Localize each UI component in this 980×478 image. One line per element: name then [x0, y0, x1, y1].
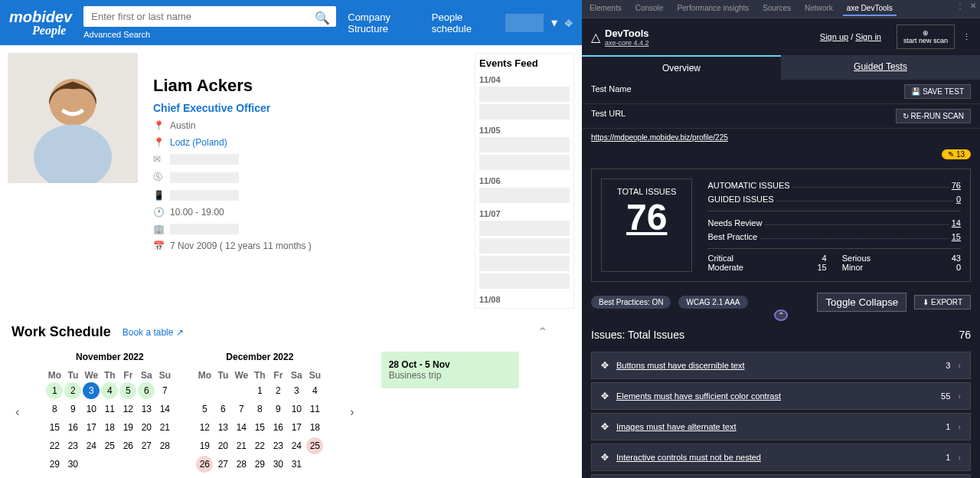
calendar-day[interactable]: 4 — [101, 382, 118, 399]
calendar-day[interactable]: 27 — [138, 437, 155, 454]
save-test-button[interactable]: 💾 SAVE TEST — [904, 84, 971, 99]
book-table-link[interactable]: Book a table ↗ — [122, 327, 184, 338]
calendar-day[interactable]: 13 — [214, 419, 231, 436]
test-url-link[interactable]: https://mdpeople.mobidev.biz/profile/225 — [591, 133, 728, 142]
people-schedule-link[interactable]: People schedule — [432, 11, 494, 34]
calendar-day[interactable]: 14 — [156, 401, 173, 417]
calendar-day[interactable]: 22 — [251, 437, 268, 454]
tab-sources[interactable]: Sources — [759, 2, 795, 16]
calendar-day[interactable]: 4 — [306, 382, 323, 399]
calendar-day[interactable]: 2 — [64, 382, 81, 399]
calendar-day[interactable]: 28 — [233, 456, 250, 473]
calendar-day[interactable]: 21 — [156, 419, 173, 436]
calendar-day[interactable]: 14 — [233, 419, 250, 436]
search-input[interactable] — [83, 6, 336, 27]
collapse-handle[interactable]: ⌃ — [774, 309, 788, 321]
tab-console[interactable]: Console — [632, 2, 668, 16]
calendar-day[interactable]: 1 — [46, 382, 63, 399]
calendar-day[interactable]: 30 — [64, 456, 81, 473]
calendar-day[interactable]: 1 — [251, 382, 268, 399]
calendar-day[interactable]: 23 — [270, 437, 286, 454]
calendar-day[interactable]: 7 — [156, 382, 173, 399]
tab-overview[interactable]: Overview — [582, 55, 781, 80]
calendar-day[interactable]: 12 — [196, 419, 213, 436]
calendar-day[interactable]: 7 — [233, 401, 250, 417]
tab-performance[interactable]: Performance insights — [673, 2, 753, 16]
calendar-day[interactable]: 29 — [46, 456, 63, 473]
calendar-day[interactable]: 3 — [83, 382, 100, 399]
calendar-day[interactable]: 18 — [306, 419, 323, 436]
calendar-day[interactable]: 11 — [101, 401, 118, 417]
calendar-day[interactable]: 12 — [119, 401, 136, 417]
calendar-day[interactable]: 16 — [64, 419, 81, 436]
calendar-day[interactable]: 25 — [101, 437, 118, 454]
calendar-day[interactable]: 17 — [83, 419, 100, 436]
calendar-day[interactable]: 18 — [101, 419, 118, 436]
calendar-day[interactable]: 26 — [119, 437, 136, 454]
calendar-day[interactable]: 13 — [138, 401, 155, 417]
calendar-day[interactable]: 6 — [214, 401, 231, 417]
issue-row[interactable]: ✥Elements must have sufficient color con… — [591, 382, 971, 410]
logo[interactable]: mobidev People — [9, 9, 72, 37]
calendar-day[interactable]: 9 — [64, 401, 81, 417]
toggle-collapse-button[interactable]: Toggle Collapse — [817, 293, 906, 312]
prev-month-icon[interactable]: ‹ — [11, 405, 23, 419]
calendar-day[interactable]: 31 — [288, 456, 305, 473]
more-icon[interactable]: ⋮ — [956, 2, 964, 16]
calendar-day[interactable]: 10 — [83, 401, 100, 417]
calendar-day[interactable]: 19 — [119, 419, 136, 436]
advanced-search-link[interactable]: Advanced Search — [83, 30, 336, 39]
calendar-day[interactable]: 2 — [270, 382, 286, 399]
export-button[interactable]: ⬇ EXPORT — [914, 295, 971, 309]
calendar-day[interactable]: 30 — [270, 456, 286, 473]
calendar-day[interactable]: 22 — [46, 437, 63, 454]
calendar-day[interactable]: 15 — [251, 419, 268, 436]
wcag-toggle[interactable]: WCAG 2.1 AAA — [678, 296, 747, 309]
tab-guided-tests[interactable]: Guided Tests — [781, 55, 980, 80]
calendar-day[interactable]: 19 — [196, 437, 213, 454]
close-icon[interactable]: ✕ — [970, 2, 976, 16]
calendar-day[interactable]: 25 — [306, 437, 323, 454]
user-menu[interactable] — [505, 14, 544, 32]
next-month-icon[interactable]: › — [346, 405, 358, 419]
calendar-day[interactable]: 8 — [46, 401, 63, 417]
calendar-day[interactable]: 10 — [288, 401, 305, 417]
calendar-day[interactable]: 9 — [270, 401, 286, 417]
calendar-day[interactable]: 24 — [83, 437, 100, 454]
calendar-day[interactable]: 16 — [270, 419, 286, 436]
calendar-day[interactable]: 3 — [288, 382, 305, 399]
calendar-day[interactable]: 23 — [64, 437, 81, 454]
calendar-day[interactable]: 5 — [119, 382, 136, 399]
tab-network[interactable]: Network — [801, 2, 837, 16]
calendar-day[interactable]: 20 — [138, 419, 155, 436]
calendar-day[interactable]: 20 — [214, 437, 231, 454]
search-icon[interactable]: 🔍 — [315, 11, 330, 25]
signup-link[interactable]: Sign up — [820, 32, 848, 41]
calendar-day[interactable]: 11 — [306, 401, 323, 417]
calendar-day[interactable]: 24 — [288, 437, 305, 454]
calendar-day[interactable]: 17 — [288, 419, 305, 436]
company-structure-link[interactable]: Company Structure — [348, 11, 420, 34]
start-scan-button[interactable]: ⊕start new scan — [897, 25, 955, 49]
collapse-icon[interactable]: ⌃ — [537, 325, 547, 339]
calendar-day[interactable]: 27 — [214, 456, 231, 473]
more-icon[interactable]: ⋮ — [962, 32, 971, 42]
calendar-day[interactable]: 5 — [196, 401, 213, 417]
calendar-day[interactable]: 15 — [46, 419, 63, 436]
issue-row[interactable]: ✥Interactive controls must not be nested… — [591, 444, 971, 471]
tab-elements[interactable]: Elements — [586, 2, 626, 16]
issue-row[interactable]: ✥Document should have one main landmark1… — [591, 474, 971, 478]
calendar-day[interactable]: 21 — [233, 437, 250, 454]
logout-icon[interactable]: ⎆ — [565, 16, 573, 30]
signin-link[interactable]: Sign in — [855, 32, 881, 41]
rerun-button[interactable]: ↻ RE-RUN SCAN — [896, 109, 971, 123]
calendar-day[interactable]: 8 — [251, 401, 268, 417]
chevron-down-icon[interactable]: ▾ — [551, 15, 557, 30]
calendar-day[interactable]: 26 — [196, 456, 213, 473]
calendar-day[interactable]: 29 — [251, 456, 268, 473]
best-practices-toggle[interactable]: Best Practices: ON — [591, 296, 671, 309]
issue-row[interactable]: ✥Images must have alternate text1› — [591, 413, 971, 440]
issue-row[interactable]: ✥Buttons must have discernible text3› — [591, 352, 971, 379]
calendar-day[interactable]: 28 — [156, 437, 173, 454]
tab-axe-devtools[interactable]: axe DevTools — [843, 2, 897, 16]
